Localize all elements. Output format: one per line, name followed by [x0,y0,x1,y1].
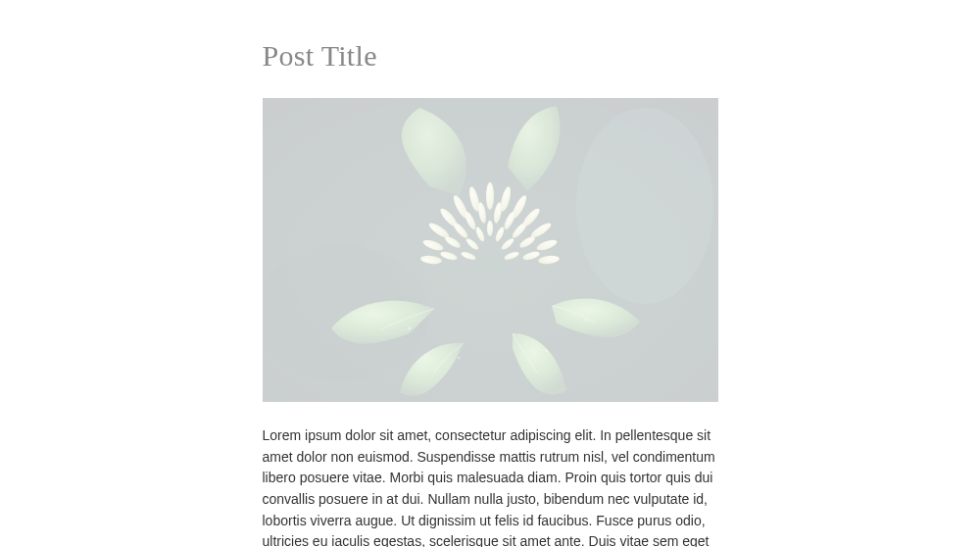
svg-point-35 [545,350,547,352]
post-title[interactable]: Post Title [263,39,718,73]
body-paragraph[interactable]: Lorem ipsum dolor sit amet, consectetur … [263,425,718,547]
svg-point-3 [486,182,494,210]
plant-illustration [263,98,718,402]
post-body[interactable]: Lorem ipsum dolor sit amet, consectetur … [263,425,718,547]
featured-image[interactable] [263,98,718,402]
svg-point-1 [576,108,713,304]
svg-point-36 [585,319,587,321]
page-container: Post Title [0,0,980,547]
svg-point-34 [458,357,460,359]
svg-point-26 [487,221,493,236]
svg-point-33 [408,327,410,329]
post-content: Post Title [263,39,718,547]
